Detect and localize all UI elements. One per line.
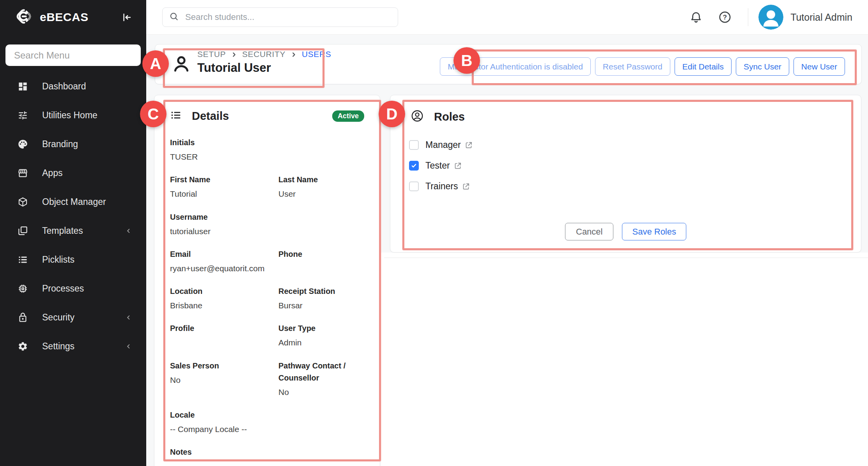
roles-title: Roles — [434, 110, 465, 123]
student-search-input[interactable] — [184, 12, 391, 23]
main-content: SETUPSECURITYUSERS Tutorial User Multi-f… — [146, 34, 868, 466]
field-receipt-station: Receipt StationBursar — [278, 285, 364, 311]
breadcrumb: SETUPSECURITYUSERS — [197, 50, 331, 59]
sync-user-button[interactable]: Sync User — [736, 57, 789, 76]
breadcrumb-item-security: SECURITY — [242, 50, 285, 59]
field-sales-person: Sales PersonNo — [170, 360, 278, 397]
field-value: Brisbane — [170, 300, 275, 311]
field-value: No — [278, 387, 360, 397]
sidebar-item-label: Branding — [42, 139, 78, 149]
field-label: Location — [170, 285, 275, 297]
roles-actions: Cancel Save Roles — [390, 223, 861, 240]
field-value: ryan+user@equatorit.com — [170, 263, 275, 274]
field-user-type: User TypeAdmin — [278, 322, 364, 348]
chevron-left-icon — [125, 314, 132, 321]
help-icon[interactable]: ? — [718, 11, 732, 24]
reset-password-button[interactable]: Reset Password — [595, 57, 670, 76]
sidebar-item-templates[interactable]: Templates — [0, 216, 146, 245]
field-empty — [278, 446, 364, 466]
field-value: User — [278, 189, 360, 199]
sidebar-item-label: Utilities Home — [42, 110, 97, 121]
chevron-left-icon — [125, 343, 132, 350]
settings-icon — [17, 341, 28, 352]
field-label: Pathway Contact / Counsellor — [278, 360, 360, 384]
sidebar: eBECAS DashboardUtilities HomeBrandingAp… — [0, 0, 146, 466]
utilities-icon — [17, 110, 28, 121]
sidebar-item-settings[interactable]: Settings — [0, 332, 146, 361]
templates-icon — [17, 225, 28, 236]
user-name[interactable]: Tutorial Admin — [790, 12, 852, 23]
field-profile: Profile — [170, 322, 278, 348]
field-label: Last Name — [278, 174, 360, 186]
role-row-tester[interactable]: Tester — [409, 160, 861, 171]
field-value: TUSER — [170, 151, 275, 162]
new-user-button[interactable]: New User — [794, 57, 845, 76]
notifications-bell-icon[interactable] — [689, 11, 703, 24]
field-label: Locale — [170, 409, 275, 421]
ebecas-logo-icon — [14, 7, 34, 28]
external-link-icon[interactable] — [465, 141, 473, 149]
sidebar-item-processes[interactable]: Processes — [0, 274, 146, 303]
sidebar-item-apps[interactable]: Apps — [0, 158, 146, 187]
menu-search-input[interactable] — [13, 50, 133, 61]
topbar: ? Tutorial Admin — [146, 0, 868, 35]
field-phone: Phone — [278, 248, 364, 274]
checkbox-unchecked[interactable] — [409, 181, 419, 191]
branding-icon — [17, 139, 28, 149]
details-panel: Details Active InitialsTUSERFirst NameTu… — [154, 95, 380, 466]
page-header-card: SETUPSECURITYUSERS Tutorial User Multi-f… — [155, 44, 862, 84]
account-circle-icon — [411, 109, 424, 124]
field-value — [278, 263, 360, 274]
breadcrumb-item-users[interactable]: USERS — [302, 50, 331, 59]
annotation-circle-b: B — [453, 47, 480, 74]
user-avatar[interactable] — [758, 5, 783, 30]
field-label: Notes — [170, 446, 275, 458]
field-label: Initials — [170, 137, 275, 149]
field-label: Sales Person — [170, 360, 275, 372]
role-list: ManagerTesterTrainers — [409, 140, 861, 192]
collapse-sidebar-icon[interactable] — [122, 12, 132, 23]
save-roles-button[interactable]: Save Roles — [622, 223, 686, 240]
user-icon — [172, 55, 191, 75]
sidebar-item-object-manager[interactable]: Object Manager — [0, 187, 146, 216]
field-label: Profile — [170, 322, 275, 334]
cancel-button[interactable]: Cancel — [565, 223, 613, 240]
sidebar-item-label: Object Manager — [42, 197, 106, 207]
sidebar-item-label: Settings — [42, 341, 74, 352]
logo-row: eBECAS — [0, 0, 146, 34]
checkbox-unchecked[interactable] — [409, 140, 419, 150]
lower-background — [381, 253, 868, 466]
breadcrumb-item-setup: SETUP — [197, 50, 226, 59]
chevron-right-icon — [231, 52, 237, 58]
role-row-manager[interactable]: Manager — [409, 140, 861, 150]
external-link-icon[interactable] — [462, 183, 470, 190]
role-row-trainers[interactable]: Trainers — [409, 181, 861, 192]
role-label: Manager — [425, 140, 461, 150]
details-title: Details — [192, 110, 229, 123]
sidebar-item-label: Picklists — [42, 254, 74, 265]
sidebar-item-dashboard[interactable]: Dashboard — [0, 72, 146, 101]
field-label: Receipt Station — [278, 285, 360, 297]
checkbox-checked[interactable] — [409, 161, 419, 171]
sidebar-item-security[interactable]: Security — [0, 303, 146, 332]
sidebar-item-label: Processes — [42, 283, 84, 294]
sidebar-item-utilities-home[interactable]: Utilities Home — [0, 101, 146, 130]
annotation-circle-d: D — [379, 101, 405, 127]
svg-text:?: ? — [723, 14, 727, 21]
field-label: First Name — [170, 174, 275, 186]
sidebar-item-label: Security — [42, 312, 74, 323]
field-value: tutorialuser — [170, 226, 275, 237]
edit-details-button[interactable]: Edit Details — [675, 57, 732, 76]
topbar-divider — [748, 8, 748, 26]
field-email: Emailryan+user@equatorit.com — [170, 248, 278, 274]
field-empty — [278, 211, 364, 237]
sidebar-item-branding[interactable]: Branding — [0, 130, 146, 158]
roles-header: Roles — [390, 95, 861, 124]
field-value: -- Company Locale -- — [170, 424, 275, 434]
section-divider — [384, 258, 868, 258]
picklists-icon — [17, 254, 28, 265]
sidebar-item-picklists[interactable]: Picklists — [0, 245, 146, 274]
sidebar-item-label: Dashboard — [42, 81, 86, 92]
external-link-icon[interactable] — [454, 162, 462, 170]
role-label: Trainers — [425, 181, 458, 192]
